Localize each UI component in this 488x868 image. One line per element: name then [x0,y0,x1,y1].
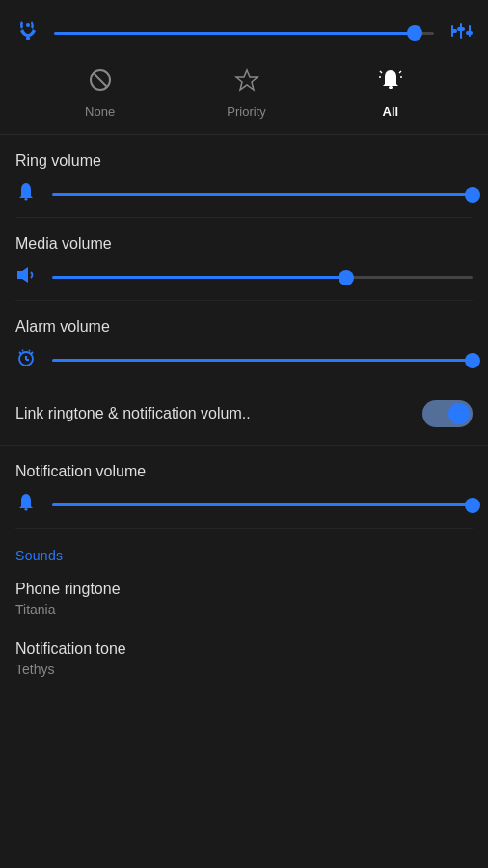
priority-icon [234,68,259,98]
ring-volume-slider[interactable] [52,185,473,204]
ring-volume-icon [15,181,41,207]
tab-all-label: All [383,104,399,119]
phone-ringtone-subtitle: Titania [15,602,473,617]
phone-ringtone-item[interactable]: Phone ringtone Titania [15,581,473,617]
svg-rect-5 [457,27,465,31]
notification-volume-slider[interactable] [52,496,473,515]
all-notifications-icon [378,68,403,98]
sounds-section: Sounds Phone ringtone Titania Notificati… [0,529,488,677]
svg-line-24 [29,350,30,351]
media-volume-icon [15,264,41,290]
media-volume-row: Media volume [15,218,473,301]
svg-marker-17 [17,267,28,283]
none-icon [88,68,113,98]
svg-rect-25 [25,508,28,511]
top-volume-slider[interactable] [54,23,434,42]
svg-rect-1 [26,37,30,40]
tab-all[interactable]: All [378,68,403,119]
svg-rect-16 [25,198,28,201]
notification-volume-row: Notification volume [15,446,473,529]
ring-volume-row: Ring volume [15,135,473,218]
alarm-volume-slider[interactable] [52,351,473,370]
tab-priority-label: Priority [227,104,265,119]
svg-line-22 [31,352,33,354]
svg-rect-3 [451,29,457,33]
svg-line-13 [399,71,401,73]
sounds-heading: Sounds [15,548,473,563]
link-ringtone-label: Link ringtone & notification volum.. [15,405,251,422]
alarm-volume-icon [15,347,41,373]
tab-priority[interactable]: Priority [227,68,265,119]
phone-ringtone-title: Phone ringtone [15,581,473,598]
tab-none[interactable]: None [85,68,115,119]
svg-line-23 [22,350,23,351]
notification-volume-section: Notification volume [0,446,488,529]
tab-none-label: None [85,104,115,119]
alarm-volume-row: Alarm volume [15,301,473,383]
svg-rect-11 [389,86,393,89]
media-volume-label: Media volume [15,235,473,253]
svg-point-0 [26,23,30,27]
svg-marker-10 [236,70,258,90]
svg-line-21 [19,352,21,354]
notification-tone-subtitle: Tethys [15,662,473,677]
notification-tone-item[interactable]: Notification tone Tethys [15,640,473,677]
svg-rect-7 [466,31,473,35]
equalizer-icon[interactable] [446,19,473,47]
toggle-knob [448,403,470,424]
svg-line-9 [94,73,107,87]
ringtone-icon [15,17,42,48]
top-volume-bar [0,0,488,58]
ring-volume-label: Ring volume [15,152,473,170]
notification-volume-icon [15,492,41,518]
alarm-volume-label: Alarm volume [15,318,473,336]
notification-mode-tabs: None Priority All [0,58,488,135]
link-ringtone-row: Link ringtone & notification volum.. [0,383,488,446]
media-volume-slider[interactable] [52,268,473,287]
link-ringtone-toggle[interactable] [422,400,473,427]
svg-line-12 [380,71,382,73]
volume-controls: Ring volume Media volume [0,135,488,383]
notification-volume-label: Notification volume [15,463,473,480]
notification-tone-title: Notification tone [15,640,473,658]
